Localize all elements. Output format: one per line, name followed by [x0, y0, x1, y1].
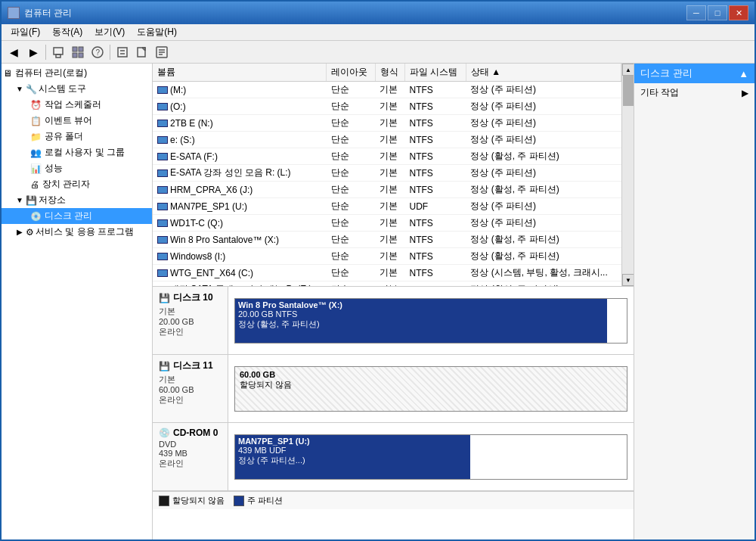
app-icon — [8, 7, 20, 19]
table-row[interactable]: 2TB E (N:) 단순 기본 NTFS 정상 (주 파티션) — [153, 115, 621, 132]
storage-icon: 💾 — [26, 195, 37, 206]
disk-10-partition-label: Win 8 Pro Santalove™ (X:) — [238, 300, 604, 309]
table-row[interactable]: WD1T-C (Q:) 단순 기본 NTFS 정상 (주 파티션) — [153, 215, 621, 232]
folder-icon: 📁 — [30, 132, 42, 142]
properties-button[interactable] — [113, 43, 132, 61]
tree-disk-management[interactable]: 💿 디스크 관리 — [2, 208, 152, 224]
disk-icon-11: 💾 — [159, 361, 170, 372]
disk-10-used-partition[interactable]: Win 8 Pro Santalove™ (X:) 20.00 GB NTFS … — [235, 299, 607, 343]
cell-status: 정상 (시스템, 부팅, 활성, 크래시... — [466, 265, 621, 281]
col-type[interactable]: 형식 — [375, 64, 404, 82]
disk-10-bar[interactable]: Win 8 Pro Santalove™ (X:) 20.00 GB NTFS … — [234, 298, 627, 344]
tree-local-users[interactable]: 👥 로컬 사용자 및 그룹 — [2, 145, 152, 160]
view-button[interactable] — [69, 43, 87, 61]
disk-11-free-partition[interactable]: 60.00 GB 할당되지 않음 — [235, 367, 627, 411]
table-row[interactable]: WTG_ENT_X64 (C:) 단순 기본 NTFS 정상 (시스템, 부팅,… — [153, 265, 621, 281]
table-row[interactable]: HRM_CPRA_X6 (J:) 단순 기본 NTFS 정상 (활성, 주 파티… — [153, 182, 621, 198]
menu-action[interactable]: 동작(A) — [46, 24, 88, 40]
tree-toggle-system[interactable]: ▼ — [14, 85, 26, 93]
cell-type: 기본 — [375, 248, 404, 265]
col-status[interactable]: 상태 ▲ — [466, 64, 621, 82]
cdrom-partition-label: MAN7PE_SP1 (U:) — [238, 437, 467, 446]
cdrom-size: 439 MB — [159, 449, 222, 458]
maximize-button[interactable]: □ — [708, 5, 727, 20]
tree-root-label: 컴퓨터 관리(로컬) — [15, 67, 87, 79]
legend-unallocated-box — [159, 496, 169, 506]
disk-10-type: 기본 — [159, 306, 222, 317]
cdrom-bar[interactable]: MAN7PE_SP1 (U:) 439 MB UDF 정상 (주 파티션...) — [234, 434, 627, 480]
table-row[interactable]: e: (S:) 단순 기본 NTFS 정상 (주 파티션) — [153, 132, 621, 148]
cell-status: 정상 (활성, 주 파티션) — [466, 182, 621, 198]
disk-11-name: 💾 디스크 11 — [159, 359, 222, 372]
disk-10-name: 💾 디스크 10 — [159, 291, 222, 304]
col-fs[interactable]: 파일 시스템 — [405, 64, 466, 82]
table-row[interactable]: E-SATA 강좌 성인 모음 R: (L:) 단순 기본 NTFS 정상 (주… — [153, 165, 621, 182]
tree-toggle-storage[interactable]: ▼ — [14, 196, 26, 204]
cell-volume: 2TB E (N:) — [153, 115, 327, 132]
disk-11-bar[interactable]: 60.00 GB 할당되지 않음 — [234, 366, 627, 412]
tree-system-tools[interactable]: ▼ 🔧 시스템 도구 — [2, 81, 152, 97]
users-icon: 👥 — [30, 148, 42, 158]
scroll-down-arrow[interactable]: ▼ — [622, 274, 634, 286]
help-button[interactable]: ? — [88, 43, 107, 61]
table-row[interactable]: Windows8 (I:) 단순 기본 NTFS 정상 (활성, 주 파티션) — [153, 248, 621, 265]
cell-status: 정상 (주 파티션) — [466, 98, 621, 115]
export-button[interactable] — [133, 43, 151, 61]
cell-fs: NTFS — [405, 132, 466, 148]
up-button[interactable] — [49, 43, 67, 61]
table-row[interactable]: 내장 SATA 국내 드라마 예능 P: (E:) 단순 기본 NTFS 정상 … — [153, 281, 621, 287]
cell-volume: 내장 SATA 국내 드라마 예능 P: (E:) — [153, 281, 327, 287]
cell-type: 기본 — [375, 132, 404, 148]
table-wrapper[interactable]: 볼륨 레이아웃 형식 파일 시스템 상태 ▲ (M:) 단순 기본 NTFS 정… — [153, 64, 621, 286]
minimize-button[interactable]: ─ — [686, 5, 706, 20]
tree-storage[interactable]: ▼ 💾 저장소 — [2, 192, 152, 208]
tree-performance[interactable]: 📊 성능 — [2, 160, 152, 176]
cdrom-type: DVD — [159, 440, 222, 449]
scroll-up-arrow[interactable]: ▲ — [622, 64, 634, 76]
table-row[interactable]: MAN7PE_SP1 (U:) 단순 기본 UDF 정상 (주 파티션) — [153, 198, 621, 215]
main-container: 🖥 컴퓨터 관리(로컬) ▼ 🔧 시스템 도구 ⏰ 작업 스케줄러 📋 이벤트 … — [2, 64, 754, 539]
col-layout[interactable]: 레이아웃 — [327, 64, 376, 82]
cell-type: 기본 — [375, 165, 404, 182]
toolbar: ◀ ▶ ? — [2, 41, 754, 64]
tree-services[interactable]: ▶ ⚙ 서비스 및 응용 프로그램 — [2, 224, 152, 240]
cell-status: 정상 (활성, 주 파티션) — [466, 281, 621, 287]
tree-root[interactable]: 🖥 컴퓨터 관리(로컬) — [2, 65, 152, 81]
back-button[interactable]: ◀ — [5, 43, 23, 61]
disk-section[interactable]: 💾 디스크 10 기본 20.00 GB 온라인 Win 8 Pro Santa… — [153, 287, 634, 539]
volume-table-section: 볼륨 레이아웃 형식 파일 시스템 상태 ▲ (M:) 단순 기본 NTFS 정… — [153, 64, 634, 287]
disk-11-partition-label: 60.00 GB — [240, 370, 622, 379]
cell-type: 기본 — [375, 215, 404, 232]
forward-button[interactable]: ▶ — [24, 43, 42, 61]
tree-shared-folders[interactable]: 📁 공유 폴더 — [2, 129, 152, 145]
cell-fs: NTFS — [405, 82, 466, 98]
table-row[interactable]: E-SATA (F:) 단순 기본 NTFS 정상 (활성, 주 파티션) — [153, 148, 621, 165]
col-volume[interactable]: 볼륨 — [153, 64, 327, 82]
menu-view[interactable]: 보기(V) — [88, 24, 131, 40]
cdrom-visual: MAN7PE_SP1 (U:) 439 MB UDF 정상 (주 파티션...) — [228, 423, 634, 490]
legend-bar: 할당되지 않음 주 파티션 — [153, 491, 634, 509]
tree-toggle-services[interactable]: ▶ — [14, 228, 26, 236]
disk-11-type: 기본 — [159, 374, 222, 385]
cell-layout: 단순 — [327, 182, 376, 198]
table-row[interactable]: Win 8 Pro Santalove™ (X:) 단순 기본 NTFS 정상 … — [153, 232, 621, 248]
title-bar: 컴퓨터 관리 ─ □ ✕ — [2, 2, 754, 24]
cdrom-used-partition[interactable]: MAN7PE_SP1 (U:) 439 MB UDF 정상 (주 파티션...) — [235, 435, 470, 479]
table-row[interactable]: (O:) 단순 기본 NTFS 정상 (주 파티션) — [153, 98, 621, 115]
tree-panel: 🖥 컴퓨터 관리(로컬) ▼ 🔧 시스템 도구 ⏰ 작업 스케줄러 📋 이벤트 … — [2, 64, 153, 539]
tree-device-manager[interactable]: 🖨 장치 관리자 — [2, 176, 152, 192]
tree-event-viewer[interactable]: 📋 이벤트 뷰어 — [2, 113, 152, 129]
menu-help[interactable]: 도움말(H) — [131, 24, 183, 40]
table-row[interactable]: (M:) 단순 기본 NTFS 정상 (주 파티션) — [153, 82, 621, 98]
cell-fs: NTFS — [405, 182, 466, 198]
tree-task-scheduler[interactable]: ⏰ 작업 스케줄러 — [2, 97, 152, 113]
edit-button[interactable] — [153, 43, 171, 61]
cell-type: 기본 — [375, 148, 404, 165]
cell-layout: 단순 — [327, 115, 376, 132]
close-button[interactable]: ✕ — [729, 5, 748, 20]
menu-file[interactable]: 파일(F) — [5, 24, 46, 40]
scroll-thumb[interactable] — [623, 76, 634, 106]
legend-primary: 주 파티션 — [234, 495, 283, 506]
action-panel-toggle[interactable]: ▲ — [739, 68, 748, 79]
action-other-tasks[interactable]: 기타 작업 ▶ — [634, 83, 754, 102]
